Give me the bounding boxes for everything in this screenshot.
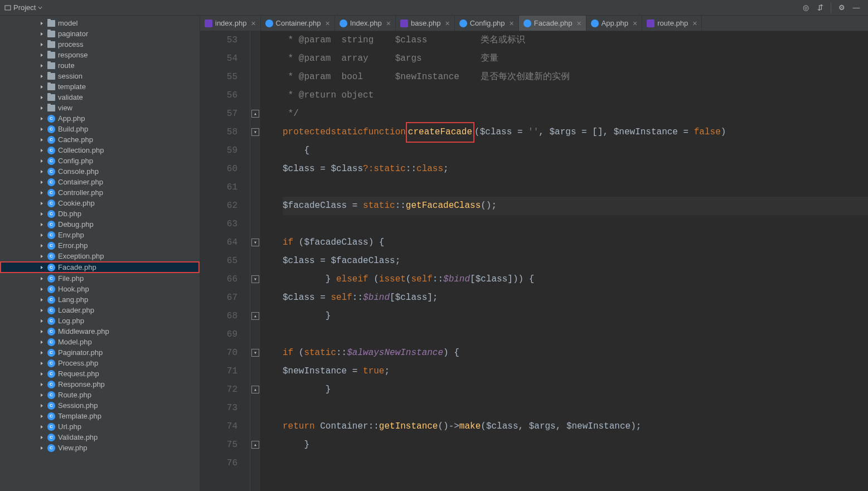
- expand-arrow-icon[interactable]: [39, 382, 45, 387]
- fold-close-icon[interactable]: ▴: [251, 110, 259, 118]
- tree-item-cookie-php[interactable]: CCookie.php: [0, 198, 200, 208]
- expand-arrow-icon[interactable]: [39, 179, 45, 185]
- tree-item-app-php[interactable]: CApp.php: [0, 113, 200, 124]
- expand-arrow-icon[interactable]: [39, 308, 45, 313]
- close-icon[interactable]: ×: [326, 19, 330, 28]
- tab-container-php[interactable]: Container.php×: [261, 16, 335, 31]
- fold-open-icon[interactable]: ▾: [251, 239, 259, 246]
- code-line[interactable]: {: [283, 142, 868, 160]
- code-line[interactable]: [283, 399, 868, 417]
- tree-item-exception-php[interactable]: CException.php: [0, 251, 200, 261]
- code-line[interactable]: }: [283, 436, 868, 454]
- tree-item-route-php[interactable]: CRoute.php: [0, 390, 200, 400]
- tree-item-build-php[interactable]: CBuild.php: [0, 124, 200, 134]
- expand-arrow-icon[interactable]: [39, 350, 45, 356]
- close-icon[interactable]: ×: [692, 19, 697, 28]
- project-tree-sidebar[interactable]: modelpaginatorprocessresponseroutesessio…: [0, 16, 200, 491]
- code-line[interactable]: $class = self::$bind[$class];: [283, 289, 868, 307]
- hide-icon[interactable]: —: [850, 2, 862, 14]
- expand-arrow-icon[interactable]: [39, 222, 45, 227]
- expand-arrow-icon[interactable]: [39, 424, 45, 430]
- tab-route-php[interactable]: route.php×: [642, 16, 702, 31]
- code-line[interactable]: [283, 325, 868, 344]
- tab-config-php[interactable]: Config.php×: [455, 16, 519, 31]
- fold-open-icon[interactable]: ▾: [251, 349, 259, 357]
- code-line[interactable]: }: [283, 307, 868, 325]
- fold-close-icon[interactable]: ▴: [251, 312, 259, 320]
- code-line[interactable]: if (static::$alwaysNewInstance) {: [283, 344, 868, 362]
- expand-arrow-icon[interactable]: [39, 361, 45, 366]
- expand-arrow-icon[interactable]: [39, 243, 45, 249]
- expand-arrow-icon[interactable]: [39, 414, 45, 419]
- expand-arrow-icon[interactable]: [39, 371, 45, 377]
- expand-arrow-icon[interactable]: [39, 84, 45, 90]
- tree-item-middleware-php[interactable]: CMiddleware.php: [0, 326, 200, 337]
- tree-item-db-php[interactable]: CDb.php: [0, 208, 200, 219]
- code-editor[interactable]: 5354555657585960616263646566676869707172…: [200, 31, 868, 491]
- code-line[interactable]: * @param bool $newInstance 是否每次创建新的实例: [283, 68, 868, 86]
- code-line[interactable]: return Container::getInstance()->make($c…: [283, 417, 868, 436]
- expand-arrow-icon[interactable]: [39, 42, 45, 47]
- code-line[interactable]: * @param array $args 变量: [283, 50, 868, 68]
- tree-item-file-php[interactable]: CFile.php: [0, 273, 200, 284]
- tree-item-log-php[interactable]: CLog.php: [0, 315, 200, 326]
- tree-item-process[interactable]: process: [0, 39, 200, 50]
- expand-arrow-icon[interactable]: [39, 21, 45, 26]
- expand-arrow-icon[interactable]: [39, 74, 45, 79]
- gear-icon[interactable]: ⚙: [836, 2, 848, 14]
- tree-item-view[interactable]: view: [0, 103, 200, 113]
- tree-item-validate-php[interactable]: CValidate.php: [0, 432, 200, 443]
- fold-close-icon[interactable]: ▴: [251, 386, 259, 393]
- expand-arrow-icon[interactable]: [39, 148, 45, 153]
- tree-item-response[interactable]: response: [0, 50, 200, 60]
- tree-item-process-php[interactable]: CProcess.php: [0, 358, 200, 368]
- expand-arrow-icon[interactable]: [39, 116, 45, 121]
- collapse-all-icon[interactable]: ⇵: [814, 2, 826, 14]
- tree-item-url-php[interactable]: CUrl.php: [0, 421, 200, 432]
- expand-arrow-icon[interactable]: [39, 169, 45, 174]
- expand-arrow-icon[interactable]: [39, 137, 45, 143]
- tree-item-session[interactable]: session: [0, 71, 200, 81]
- expand-arrow-icon[interactable]: [39, 127, 45, 132]
- code-line[interactable]: [283, 178, 868, 197]
- expand-arrow-icon[interactable]: [39, 95, 45, 100]
- tree-item-template-php[interactable]: CTemplate.php: [0, 411, 200, 421]
- expand-arrow-icon[interactable]: [39, 254, 45, 259]
- tree-item-model[interactable]: model: [0, 18, 200, 28]
- tree-item-paginator[interactable]: paginator: [0, 28, 200, 39]
- code-line[interactable]: * @return object: [283, 86, 868, 105]
- tree-item-env-php[interactable]: CEnv.php: [0, 230, 200, 240]
- expand-arrow-icon[interactable]: [39, 201, 45, 206]
- code-line[interactable]: $facadeClass = static::getFacadeClass();: [283, 197, 868, 215]
- expand-arrow-icon[interactable]: [39, 105, 45, 111]
- expand-arrow-icon[interactable]: [39, 339, 45, 345]
- fold-open-icon[interactable]: ▾: [251, 128, 259, 136]
- code-line[interactable]: } elseif (isset(self::$bind[$class])) {: [283, 270, 868, 289]
- tree-item-error-php[interactable]: CError.php: [0, 240, 200, 251]
- expand-arrow-icon[interactable]: [39, 435, 45, 440]
- expand-arrow-icon[interactable]: [39, 297, 45, 303]
- tree-item-cache-php[interactable]: CCache.php: [0, 134, 200, 145]
- expand-arrow-icon[interactable]: [39, 190, 45, 196]
- expand-arrow-icon[interactable]: [39, 392, 45, 398]
- tree-item-collection-php[interactable]: CCollection.php: [0, 145, 200, 155]
- expand-arrow-icon[interactable]: [39, 318, 45, 324]
- tree-item-controller-php[interactable]: CController.php: [0, 187, 200, 198]
- tree-item-view-php[interactable]: CView.php: [0, 443, 200, 453]
- code-line[interactable]: [283, 215, 868, 234]
- close-icon[interactable]: ×: [576, 19, 581, 28]
- expand-arrow-icon[interactable]: [39, 276, 45, 281]
- expand-arrow-icon[interactable]: [39, 31, 45, 37]
- tree-item-session-php[interactable]: CSession.php: [0, 400, 200, 411]
- fold-close-icon[interactable]: ▴: [251, 441, 259, 449]
- tab-index-php[interactable]: index.php×: [200, 16, 261, 31]
- close-icon[interactable]: ×: [386, 19, 391, 28]
- tree-item-loader-php[interactable]: CLoader.php: [0, 305, 200, 315]
- code-line[interactable]: }: [283, 381, 868, 399]
- code-line[interactable]: */: [283, 105, 868, 123]
- tab-index-php[interactable]: Index.php×: [335, 16, 396, 31]
- code-content[interactable]: * @param string $class 类名或标识 * @param ar…: [260, 31, 868, 491]
- tree-item-hook-php[interactable]: CHook.php: [0, 284, 200, 294]
- expand-arrow-icon[interactable]: [39, 403, 45, 409]
- tree-item-container-php[interactable]: CContainer.php: [0, 177, 200, 187]
